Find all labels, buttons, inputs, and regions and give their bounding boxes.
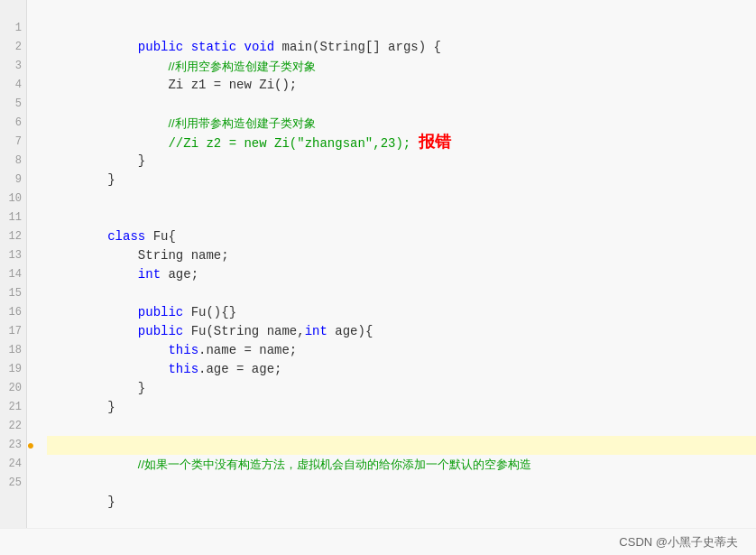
gutter-line [27,360,38,379]
gutter: ● [27,0,38,528]
gutter-line [27,19,38,38]
code-content[interactable]: public static void main(String[] args) {… [38,0,756,528]
gutter-line [27,265,38,284]
gutter-line [27,208,38,227]
gutter-line [27,38,38,57]
code-line-22: class Zi extends Fu{ [47,417,756,436]
code-line-16: public Fu(String name,int age){ [47,303,756,322]
line-num: 24 [0,455,26,474]
gutter-line [27,190,38,208]
code-line-20: } [47,379,756,398]
line-num: 12 [0,227,26,246]
code-line-9 [47,171,756,190]
line-num: 1 [0,19,26,38]
line-num: 22 [0,417,26,436]
code-line-4 [47,76,756,95]
code-line-25: } [47,474,756,493]
line-num: 2 [0,38,26,57]
gutter-line [27,284,38,303]
gutter-line [27,398,38,417]
gutter-line [27,379,38,398]
line-num: 15 [0,284,26,303]
code-line-12: String name; [47,227,756,246]
close-brace-5: } [107,495,115,509]
code-line-3: Zi z1 = new Zi(); [47,57,756,76]
code-line-18: this.age = age; [47,341,756,360]
gutter-line [27,303,38,322]
gutter-line [27,171,38,190]
line-num: 17 [0,322,26,341]
gutter-line [27,246,38,265]
code-line-10 [47,190,756,208]
line-num: 25 [0,474,26,493]
gutter-line [27,57,38,76]
code-line-13: int age; [47,246,756,265]
gutter-line [27,76,38,95]
line-num [0,0,26,19]
line-num: 13 [0,246,26,265]
gutter-line [27,95,38,114]
line-num: 5 [0,95,26,114]
gutter-line [27,227,38,246]
line-num: 14 [0,265,26,284]
line-num: 10 [0,190,26,208]
line-num: 7 [0,133,26,152]
gutter-line [27,474,38,493]
code-line-11: class Fu{ [47,208,756,227]
line-num: 23 [0,436,26,455]
code-area: 1 2 3 4 5 6 7 8 9 10 11 12 13 14 15 16 1… [0,0,756,528]
code-line-1: public static void main(String[] args) { [47,19,756,38]
code-line-7: } [47,133,756,152]
gutter-line [27,417,38,436]
code-line-17: this.name = name; [47,322,756,341]
gutter-line [27,455,38,474]
gutter-line [27,0,38,19]
code-line-2: //利用空参构造创建子类对象 [47,38,756,57]
bottom-bar: CSDN @小黑子史蒂夫 [0,528,756,555]
line-num: 19 [0,360,26,379]
bottom-label: CSDN @小黑子史蒂夫 [619,534,738,550]
line-num: 21 [0,398,26,417]
line-num: 16 [0,303,26,322]
code-line-8: } [47,152,756,171]
gutter-line [27,114,38,133]
line-num: 20 [0,379,26,398]
gutter-warning-icon: ● [27,436,38,455]
gutter-line [27,152,38,171]
code-line-21 [47,398,756,417]
line-num: 3 [0,57,26,76]
line-num: 18 [0,341,26,360]
gutter-line [27,322,38,341]
code-line-23-highlighted: //如果一个类中没有构造方法，虚拟机会自动的给你添加一个默认的空参构造 [47,436,756,455]
code-line [47,0,756,19]
code-line-24 [47,455,756,474]
line-num: 9 [0,171,26,190]
warning-dot-icon: ● [27,439,34,453]
line-numbers: 1 2 3 4 5 6 7 8 9 10 11 12 13 14 15 16 1… [0,0,27,528]
line-num: 8 [0,152,26,171]
code-line-6: //Zi z2 = new Zi("zhangsan",23); 报错 [47,114,756,133]
line-num: 4 [0,76,26,95]
gutter-line [27,133,38,152]
code-line-19: } [47,360,756,379]
line-num: 11 [0,208,26,227]
line-num: 6 [0,114,26,133]
gutter-line [27,341,38,360]
code-line-15: public Fu(){} [47,284,756,303]
code-line-5: //利用带参构造创建子类对象 [47,95,756,114]
editor: 1 2 3 4 5 6 7 8 9 10 11 12 13 14 15 16 1… [0,0,756,555]
code-line-14 [47,265,756,284]
